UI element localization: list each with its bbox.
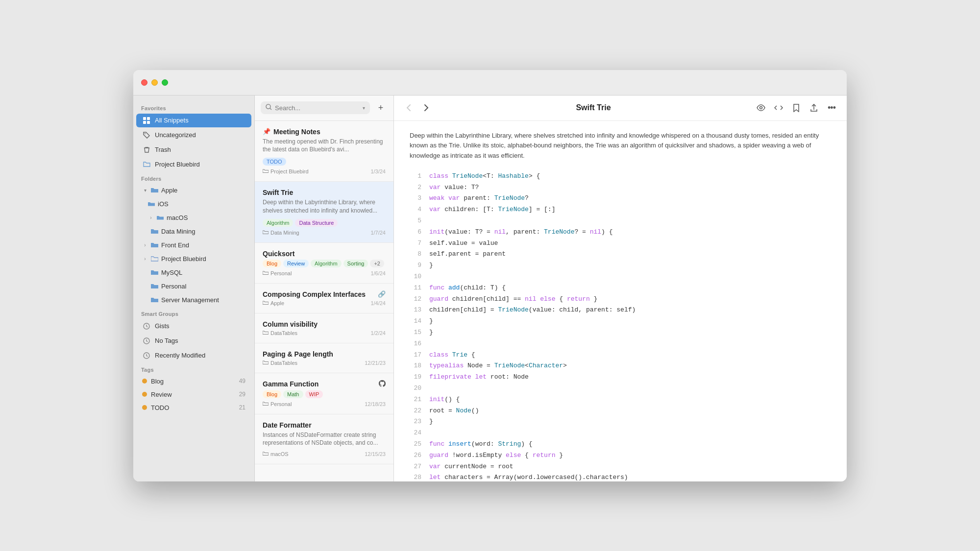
sidebar-item-recently-modified[interactable]: Recently Modified — [136, 349, 251, 362]
swift-trie-title-text: Swift Trie — [263, 189, 293, 196]
uncategorized-label: Uncategorized — [155, 131, 245, 139]
maximize-button[interactable] — [162, 79, 168, 86]
code-line-4: 4 var children: [T: TrieNode] = [:] — [410, 204, 831, 216]
eye-button[interactable] — [754, 100, 768, 115]
date-formatter-header: Date Formatter — [263, 421, 386, 429]
folder-small-icon-8 — [263, 451, 269, 457]
back-button[interactable] — [402, 101, 416, 115]
folder-personal[interactable]: Personal — [136, 280, 251, 293]
meeting-notes-preview: The meeting opened with Dr. Finch presen… — [263, 138, 386, 154]
search-dropdown-icon[interactable]: ▾ — [363, 105, 365, 111]
sidebar-item-all-snippets[interactable]: All Snippets — [136, 114, 251, 127]
bookmark-button[interactable] — [789, 100, 804, 115]
apple-label: Apple — [161, 187, 177, 194]
line-num-1: 1 — [410, 171, 421, 182]
code-line-17: 17 class Trie { — [410, 350, 831, 361]
swift-trie-folder-name: Data Mining — [270, 230, 299, 236]
col-vis-header: Column visibility — [263, 320, 386, 328]
line-num-21: 21 — [410, 395, 421, 405]
line-code-14: } — [429, 316, 831, 327]
snippet-card-meeting-notes[interactable]: 📌 Meeting Notes The meeting opened with … — [255, 121, 393, 182]
folder-ios[interactable]: iOS — [136, 198, 251, 211]
gists-label: Gists — [155, 322, 245, 330]
blog-tag: Blog — [263, 260, 281, 267]
sidebar-item-project-bluebird-fav[interactable]: Project Bluebird — [136, 158, 251, 171]
sidebar-item-no-tags[interactable]: No Tags — [136, 334, 251, 348]
gamma-footer: Personal 12/18/23 — [263, 401, 386, 407]
paging-footer: DataTables 12/21/23 — [263, 360, 386, 366]
quicksort-title: Quicksort — [263, 250, 294, 258]
gamma-date: 12/18/23 — [365, 401, 386, 407]
forward-button[interactable] — [419, 101, 433, 115]
paging-header: Paging & Page length — [263, 350, 386, 358]
tag-item-review[interactable]: Review 29 — [136, 388, 251, 401]
folder-icon-mysql — [151, 269, 158, 277]
more-button[interactable]: ••• — [824, 100, 839, 115]
folder-front-end[interactable]: › Front End — [136, 239, 251, 252]
snippet-card-paging[interactable]: Paging & Page length DataTables — [255, 343, 393, 373]
line-num-11: 11 — [410, 283, 421, 293]
folder-mysql[interactable]: MySQL — [136, 266, 251, 279]
code-line-22: 22 root = Node() — [410, 406, 831, 417]
gamma-header: Gamma Function — [263, 380, 386, 388]
tag-item-blog[interactable]: Blog 49 — [136, 375, 251, 387]
snippet-card-gamma[interactable]: Gamma Function Blog Math WIP — [255, 373, 393, 414]
front-end-label: Front End — [161, 241, 189, 249]
line-code-24 — [429, 428, 831, 438]
snippet-card-composing[interactable]: Composing Complex Interfaces 🔗 Apple — [255, 284, 393, 313]
date-formatter-footer: macOS 12/15/23 — [263, 451, 386, 457]
close-button[interactable] — [141, 79, 147, 86]
snippet-card-column-vis[interactable]: Column visibility DataTables 1 — [255, 313, 393, 343]
line-num-26: 26 — [410, 451, 421, 461]
data-mining-label: Data Mining — [161, 228, 195, 235]
chevron-right-icon-pb: › — [142, 256, 148, 262]
no-tags-icon — [142, 336, 151, 345]
date-formatter-title-text: Date Formatter — [263, 421, 312, 429]
folder-project-bluebird[interactable]: › Project Bluebird — [136, 253, 251, 265]
code-line-12: 12 guard children[child] == nil else { r… — [410, 294, 831, 305]
grid-icon — [142, 116, 151, 125]
swift-trie-tags: Algorithm Data Structure — [263, 219, 386, 227]
snippet-card-quicksort[interactable]: Quicksort Blog Review Algorithm Sorting … — [255, 243, 393, 284]
github-icon — [379, 380, 386, 388]
folder-small-icon-3 — [263, 270, 269, 276]
line-num-4: 4 — [410, 205, 421, 215]
line-num-3: 3 — [410, 193, 421, 204]
line-code-21: init() { — [429, 395, 831, 405]
col-vis-folder: DataTables — [263, 330, 297, 336]
date-formatter-preview: Instances of NSDateFormatter create stri… — [263, 431, 386, 448]
date-formatter-folder: macOS — [263, 451, 289, 457]
chevron-right-icon-front-end: › — [142, 242, 148, 248]
svg-point-4 — [145, 133, 146, 134]
gamma-tags: Blog Math WIP — [263, 390, 386, 398]
sidebar-item-trash[interactable]: Trash — [136, 143, 251, 157]
plus-tag: +2 — [370, 260, 384, 267]
tag-item-todo[interactable]: TODO 21 — [136, 402, 251, 414]
todo-tag-dot — [142, 405, 147, 410]
snippet-card-swift-trie[interactable]: Swift Trie Deep within the Labyrinthine … — [255, 182, 393, 243]
folder-macos[interactable]: › macOS — [136, 212, 251, 224]
minimize-button[interactable] — [151, 79, 158, 86]
folder-server-management[interactable]: Server Management — [136, 294, 251, 307]
gamma-title-text: Gamma Function — [263, 380, 318, 388]
folder-star-icon — [142, 160, 151, 169]
snippet-list: ▾ + 📌 Meeting Notes The meeting opened w… — [255, 96, 394, 481]
add-snippet-button[interactable]: + — [374, 101, 388, 115]
sidebar-item-uncategorized[interactable]: Uncategorized — [136, 128, 251, 142]
line-code-16 — [429, 339, 831, 349]
date-formatter-title: Date Formatter — [263, 421, 312, 429]
folder-apple[interactable]: ▾ Apple — [136, 184, 251, 197]
line-num-2: 2 — [410, 183, 421, 193]
line-num-20: 20 — [410, 383, 421, 394]
paging-folder: DataTables — [263, 360, 297, 366]
folder-icon-macos — [157, 214, 164, 222]
folder-data-mining[interactable]: Data Mining — [136, 225, 251, 238]
code-button[interactable] — [771, 100, 786, 115]
snippet-card-date-formatter[interactable]: Date Formatter Instances of NSDateFormat… — [255, 414, 393, 465]
share-button[interactable] — [807, 100, 821, 115]
sidebar-item-gists[interactable]: Gists — [136, 319, 251, 333]
composing-title-text: Composing Complex Interfaces — [263, 290, 366, 298]
line-num-18: 18 — [410, 361, 421, 371]
search-input[interactable] — [275, 104, 360, 112]
search-box[interactable]: ▾ — [261, 101, 370, 114]
